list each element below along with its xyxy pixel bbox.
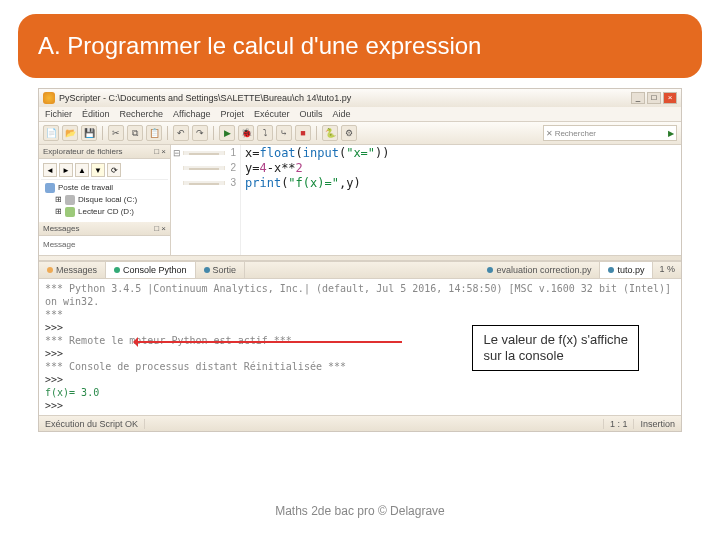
tab-python-console[interactable]: Console Python <box>106 262 196 278</box>
code-line[interactable]: x=float(input("x=")) <box>245 146 677 161</box>
bottom-tabs: Messages Console Python Sortie evaluatio… <box>39 261 681 279</box>
menu-search[interactable]: Recherche <box>120 109 164 119</box>
filter-icon[interactable]: ▼ <box>91 163 105 177</box>
step-over-icon[interactable]: ⤵ <box>257 125 273 141</box>
window-title: PyScripter - C:\Documents and Settings\S… <box>59 93 631 103</box>
nav-up-icon[interactable]: ▲ <box>75 163 89 177</box>
tree-item-computer[interactable]: Poste de travail <box>45 182 164 194</box>
close-button[interactable]: × <box>663 92 677 104</box>
console-line: *** <box>45 308 675 321</box>
code-line[interactable]: print("f(x)=",y) <box>245 176 677 191</box>
menu-help[interactable]: Aide <box>333 109 351 119</box>
console-output: f(x)= 3.0 <box>45 386 675 399</box>
paste-icon[interactable]: 📋 <box>146 125 162 141</box>
tree-item-disk-c[interactable]: ⊞Disque local (C:) <box>45 194 164 206</box>
menu-view[interactable]: Affichage <box>173 109 210 119</box>
search-go-icon[interactable]: ▶ <box>668 129 674 138</box>
refresh-icon[interactable]: ⟳ <box>107 163 121 177</box>
menubar: Fichier Édition Recherche Affichage Proj… <box>39 107 681 122</box>
cut-icon[interactable]: ✂ <box>108 125 124 141</box>
menu-edit[interactable]: Édition <box>82 109 110 119</box>
toolbar: 📄 📂 💾 ✂ ⧉ 📋 ↶ ↷ ▶ 🐞 ⤵ ⤷ ■ 🐍 ⚙ ✕ Recherch… <box>39 122 681 145</box>
nav-back-icon[interactable]: ◄ <box>43 163 57 177</box>
search-input[interactable] <box>598 128 668 138</box>
stop-icon[interactable]: ■ <box>295 125 311 141</box>
panel-close-icon[interactable]: □ × <box>154 224 166 233</box>
slide-title: A. Programmer le calcul d'une expression <box>18 14 702 78</box>
new-file-icon[interactable]: 📄 <box>43 125 59 141</box>
tab-file-2[interactable]: tuto.py <box>600 262 653 278</box>
code-editor[interactable]: ⊟1 2 3 x=float(input("x=")) y=4-x**2 pri… <box>171 145 681 255</box>
console-prompt: >>> <box>45 373 675 386</box>
status-message: Exécution du Script OK <box>39 419 145 429</box>
progress-label: 1 % <box>653 262 681 278</box>
annotation-callout: Le valeur de f(x) s'affiche sur la conso… <box>472 325 639 371</box>
console-line: *** Python 3.4.5 |Continuum Analytics, I… <box>45 282 675 308</box>
minimize-button[interactable]: _ <box>631 92 645 104</box>
step-in-icon[interactable]: ⤷ <box>276 125 292 141</box>
status-cursor-pos: 1 : 1 <box>603 419 634 429</box>
status-mode: Insertion <box>633 419 681 429</box>
menu-tools[interactable]: Outils <box>300 109 323 119</box>
tab-file-1[interactable]: evaluation correction.py <box>479 262 600 278</box>
messages-panel: Message <box>39 236 170 255</box>
tree-item-cd-d[interactable]: ⊞Lecteur CD (D:) <box>45 206 164 218</box>
tab-messages[interactable]: Messages <box>39 262 106 278</box>
menu-project[interactable]: Projet <box>220 109 244 119</box>
tab-output[interactable]: Sortie <box>196 262 246 278</box>
annotation-arrow <box>134 341 402 343</box>
nav-fwd-icon[interactable]: ► <box>59 163 73 177</box>
slide-footer: Maths 2de bac pro © Delagrave <box>0 504 720 518</box>
statusbar: Exécution du Script OK 1 : 1 Insertion <box>39 415 681 431</box>
panel-close-icon[interactable]: □ × <box>154 147 166 156</box>
save-icon[interactable]: 💾 <box>81 125 97 141</box>
search-label: Rechercher <box>553 129 598 138</box>
run-icon[interactable]: ▶ <box>219 125 235 141</box>
titlebar: PyScripter - C:\Documents and Settings\S… <box>39 89 681 107</box>
settings-icon[interactable]: ⚙ <box>341 125 357 141</box>
redo-icon[interactable]: ↷ <box>192 125 208 141</box>
sidebar: Explorateur de fichiers□ × ◄ ► ▲ ▼ ⟳ Pos… <box>39 145 171 255</box>
code-line[interactable]: y=4-x**2 <box>245 161 677 176</box>
maximize-button[interactable]: □ <box>647 92 661 104</box>
menu-file[interactable]: Fichier <box>45 109 72 119</box>
search-box[interactable]: ✕ Rechercher ▶ <box>543 125 677 141</box>
explorer-panel-title: Explorateur de fichiers□ × <box>39 145 170 159</box>
console-prompt: >>> <box>45 399 675 412</box>
undo-icon[interactable]: ↶ <box>173 125 189 141</box>
python-icon[interactable]: 🐍 <box>322 125 338 141</box>
open-file-icon[interactable]: 📂 <box>62 125 78 141</box>
app-icon <box>43 92 55 104</box>
messages-panel-title: Messages□ × <box>39 222 170 236</box>
debug-icon[interactable]: 🐞 <box>238 125 254 141</box>
copy-icon[interactable]: ⧉ <box>127 125 143 141</box>
ide-window: PyScripter - C:\Documents and Settings\S… <box>38 88 682 432</box>
python-console[interactable]: *** Python 3.4.5 |Continuum Analytics, I… <box>39 279 681 415</box>
menu-run[interactable]: Exécuter <box>254 109 290 119</box>
